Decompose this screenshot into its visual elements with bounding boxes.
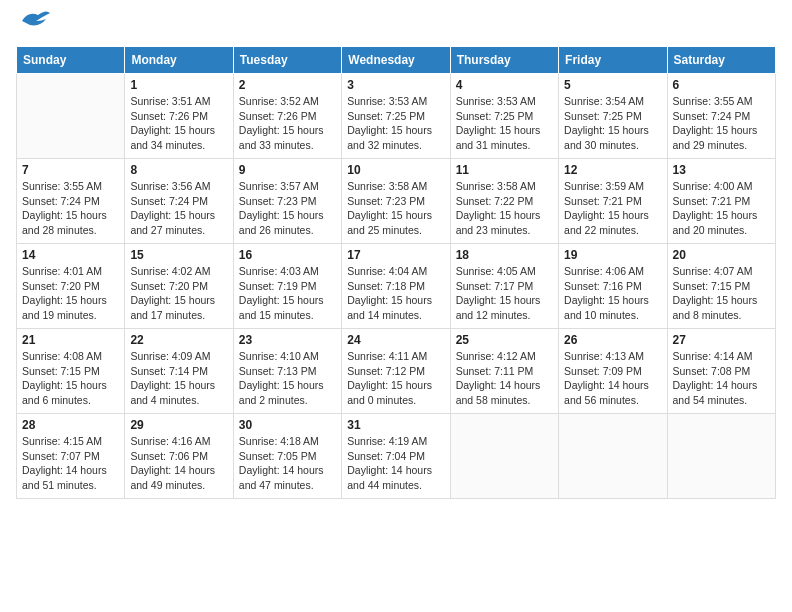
cell-info-text: Sunrise: 4:04 AMSunset: 7:18 PMDaylight:… xyxy=(347,264,444,323)
calendar-cell: 7Sunrise: 3:55 AMSunset: 7:24 PMDaylight… xyxy=(17,159,125,244)
cell-date-number: 31 xyxy=(347,418,444,432)
calendar-header-row: SundayMondayTuesdayWednesdayThursdayFrid… xyxy=(17,47,776,74)
cell-date-number: 20 xyxy=(673,248,770,262)
calendar-table: SundayMondayTuesdayWednesdayThursdayFrid… xyxy=(16,46,776,499)
cell-date-number: 30 xyxy=(239,418,336,432)
calendar-cell: 22Sunrise: 4:09 AMSunset: 7:14 PMDayligh… xyxy=(125,329,233,414)
cell-info-text: Sunrise: 4:16 AMSunset: 7:06 PMDaylight:… xyxy=(130,434,227,493)
day-header-sunday: Sunday xyxy=(17,47,125,74)
calendar-cell: 21Sunrise: 4:08 AMSunset: 7:15 PMDayligh… xyxy=(17,329,125,414)
cell-date-number: 21 xyxy=(22,333,119,347)
cell-date-number: 1 xyxy=(130,78,227,92)
calendar-cell: 31Sunrise: 4:19 AMSunset: 7:04 PMDayligh… xyxy=(342,414,450,499)
calendar-cell xyxy=(667,414,775,499)
cell-date-number: 10 xyxy=(347,163,444,177)
calendar-cell: 14Sunrise: 4:01 AMSunset: 7:20 PMDayligh… xyxy=(17,244,125,329)
cell-info-text: Sunrise: 4:08 AMSunset: 7:15 PMDaylight:… xyxy=(22,349,119,408)
calendar-cell: 18Sunrise: 4:05 AMSunset: 7:17 PMDayligh… xyxy=(450,244,558,329)
calendar-cell: 1Sunrise: 3:51 AMSunset: 7:26 PMDaylight… xyxy=(125,74,233,159)
calendar-cell xyxy=(450,414,558,499)
calendar-week-row: 1Sunrise: 3:51 AMSunset: 7:26 PMDaylight… xyxy=(17,74,776,159)
calendar-week-row: 21Sunrise: 4:08 AMSunset: 7:15 PMDayligh… xyxy=(17,329,776,414)
cell-info-text: Sunrise: 3:53 AMSunset: 7:25 PMDaylight:… xyxy=(456,94,553,153)
cell-date-number: 24 xyxy=(347,333,444,347)
cell-info-text: Sunrise: 4:03 AMSunset: 7:19 PMDaylight:… xyxy=(239,264,336,323)
cell-info-text: Sunrise: 4:12 AMSunset: 7:11 PMDaylight:… xyxy=(456,349,553,408)
calendar-cell: 11Sunrise: 3:58 AMSunset: 7:22 PMDayligh… xyxy=(450,159,558,244)
calendar-cell: 4Sunrise: 3:53 AMSunset: 7:25 PMDaylight… xyxy=(450,74,558,159)
cell-info-text: Sunrise: 4:10 AMSunset: 7:13 PMDaylight:… xyxy=(239,349,336,408)
cell-info-text: Sunrise: 4:13 AMSunset: 7:09 PMDaylight:… xyxy=(564,349,661,408)
cell-info-text: Sunrise: 4:05 AMSunset: 7:17 PMDaylight:… xyxy=(456,264,553,323)
logo xyxy=(16,16,50,38)
cell-date-number: 14 xyxy=(22,248,119,262)
cell-date-number: 13 xyxy=(673,163,770,177)
day-header-thursday: Thursday xyxy=(450,47,558,74)
calendar-cell: 25Sunrise: 4:12 AMSunset: 7:11 PMDayligh… xyxy=(450,329,558,414)
cell-date-number: 3 xyxy=(347,78,444,92)
cell-info-text: Sunrise: 3:53 AMSunset: 7:25 PMDaylight:… xyxy=(347,94,444,153)
cell-date-number: 29 xyxy=(130,418,227,432)
cell-info-text: Sunrise: 4:06 AMSunset: 7:16 PMDaylight:… xyxy=(564,264,661,323)
calendar-cell: 29Sunrise: 4:16 AMSunset: 7:06 PMDayligh… xyxy=(125,414,233,499)
page-header xyxy=(16,16,776,38)
cell-date-number: 25 xyxy=(456,333,553,347)
cell-date-number: 8 xyxy=(130,163,227,177)
cell-date-number: 15 xyxy=(130,248,227,262)
cell-info-text: Sunrise: 3:55 AMSunset: 7:24 PMDaylight:… xyxy=(22,179,119,238)
day-header-tuesday: Tuesday xyxy=(233,47,341,74)
calendar-week-row: 7Sunrise: 3:55 AMSunset: 7:24 PMDaylight… xyxy=(17,159,776,244)
cell-info-text: Sunrise: 4:15 AMSunset: 7:07 PMDaylight:… xyxy=(22,434,119,493)
cell-info-text: Sunrise: 3:58 AMSunset: 7:22 PMDaylight:… xyxy=(456,179,553,238)
calendar-cell: 9Sunrise: 3:57 AMSunset: 7:23 PMDaylight… xyxy=(233,159,341,244)
day-header-wednesday: Wednesday xyxy=(342,47,450,74)
cell-info-text: Sunrise: 3:59 AMSunset: 7:21 PMDaylight:… xyxy=(564,179,661,238)
calendar-cell: 5Sunrise: 3:54 AMSunset: 7:25 PMDaylight… xyxy=(559,74,667,159)
cell-info-text: Sunrise: 3:52 AMSunset: 7:26 PMDaylight:… xyxy=(239,94,336,153)
cell-info-text: Sunrise: 4:00 AMSunset: 7:21 PMDaylight:… xyxy=(673,179,770,238)
day-header-monday: Monday xyxy=(125,47,233,74)
cell-info-text: Sunrise: 4:19 AMSunset: 7:04 PMDaylight:… xyxy=(347,434,444,493)
cell-date-number: 19 xyxy=(564,248,661,262)
cell-info-text: Sunrise: 3:58 AMSunset: 7:23 PMDaylight:… xyxy=(347,179,444,238)
cell-date-number: 18 xyxy=(456,248,553,262)
calendar-cell: 19Sunrise: 4:06 AMSunset: 7:16 PMDayligh… xyxy=(559,244,667,329)
cell-info-text: Sunrise: 4:01 AMSunset: 7:20 PMDaylight:… xyxy=(22,264,119,323)
cell-date-number: 26 xyxy=(564,333,661,347)
calendar-cell: 20Sunrise: 4:07 AMSunset: 7:15 PMDayligh… xyxy=(667,244,775,329)
calendar-cell: 17Sunrise: 4:04 AMSunset: 7:18 PMDayligh… xyxy=(342,244,450,329)
calendar-week-row: 14Sunrise: 4:01 AMSunset: 7:20 PMDayligh… xyxy=(17,244,776,329)
cell-info-text: Sunrise: 4:11 AMSunset: 7:12 PMDaylight:… xyxy=(347,349,444,408)
cell-date-number: 7 xyxy=(22,163,119,177)
day-header-friday: Friday xyxy=(559,47,667,74)
cell-date-number: 11 xyxy=(456,163,553,177)
day-header-saturday: Saturday xyxy=(667,47,775,74)
cell-date-number: 9 xyxy=(239,163,336,177)
calendar-cell xyxy=(17,74,125,159)
cell-info-text: Sunrise: 3:55 AMSunset: 7:24 PMDaylight:… xyxy=(673,94,770,153)
cell-date-number: 6 xyxy=(673,78,770,92)
cell-date-number: 12 xyxy=(564,163,661,177)
cell-info-text: Sunrise: 3:51 AMSunset: 7:26 PMDaylight:… xyxy=(130,94,227,153)
calendar-cell: 30Sunrise: 4:18 AMSunset: 7:05 PMDayligh… xyxy=(233,414,341,499)
cell-date-number: 17 xyxy=(347,248,444,262)
calendar-cell xyxy=(559,414,667,499)
cell-date-number: 5 xyxy=(564,78,661,92)
cell-date-number: 28 xyxy=(22,418,119,432)
cell-date-number: 2 xyxy=(239,78,336,92)
calendar-week-row: 28Sunrise: 4:15 AMSunset: 7:07 PMDayligh… xyxy=(17,414,776,499)
cell-date-number: 4 xyxy=(456,78,553,92)
calendar-cell: 16Sunrise: 4:03 AMSunset: 7:19 PMDayligh… xyxy=(233,244,341,329)
calendar-cell: 8Sunrise: 3:56 AMSunset: 7:24 PMDaylight… xyxy=(125,159,233,244)
calendar-cell: 2Sunrise: 3:52 AMSunset: 7:26 PMDaylight… xyxy=(233,74,341,159)
calendar-cell: 26Sunrise: 4:13 AMSunset: 7:09 PMDayligh… xyxy=(559,329,667,414)
cell-info-text: Sunrise: 4:02 AMSunset: 7:20 PMDaylight:… xyxy=(130,264,227,323)
cell-date-number: 23 xyxy=(239,333,336,347)
cell-date-number: 22 xyxy=(130,333,227,347)
calendar-cell: 3Sunrise: 3:53 AMSunset: 7:25 PMDaylight… xyxy=(342,74,450,159)
calendar-cell: 24Sunrise: 4:11 AMSunset: 7:12 PMDayligh… xyxy=(342,329,450,414)
cell-info-text: Sunrise: 4:14 AMSunset: 7:08 PMDaylight:… xyxy=(673,349,770,408)
calendar-cell: 12Sunrise: 3:59 AMSunset: 7:21 PMDayligh… xyxy=(559,159,667,244)
calendar-cell: 10Sunrise: 3:58 AMSunset: 7:23 PMDayligh… xyxy=(342,159,450,244)
cell-date-number: 27 xyxy=(673,333,770,347)
